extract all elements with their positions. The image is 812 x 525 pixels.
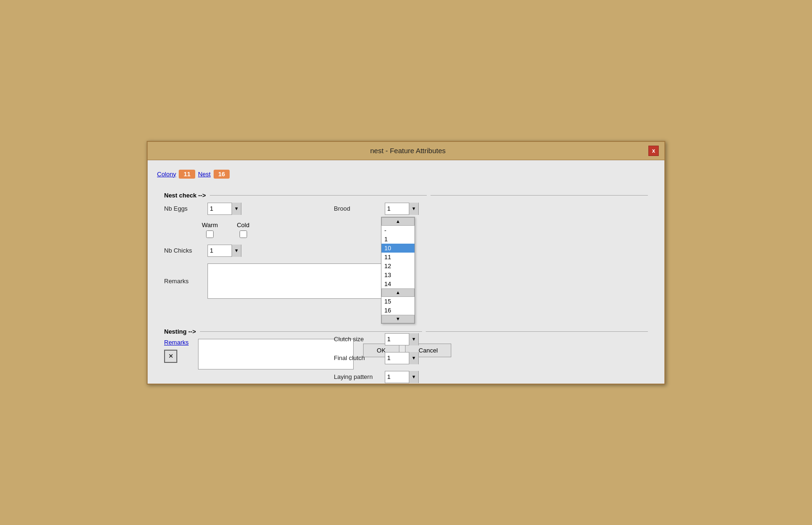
nb-chicks-input[interactable] <box>208 246 232 255</box>
remarks-label: Remarks <box>164 278 202 285</box>
main-window: nest - Feature Attributes x Colony 11 Ne… <box>147 141 665 385</box>
cold-col: Cold <box>237 221 249 238</box>
dropdown-item-16[interactable]: 16 <box>381 306 414 315</box>
dropdown-item-15[interactable]: 15 <box>381 297 414 306</box>
warm-label: Warm <box>202 221 218 229</box>
top-nav: Colony 11 Nest 16 <box>157 170 655 179</box>
colony-link[interactable]: Colony <box>157 171 176 178</box>
right-form: Brood ▼ ▲ - 1 10 11 12 13 <box>334 203 475 390</box>
scroll-up-btn[interactable]: ▲ <box>381 217 414 226</box>
warm-checkbox[interactable] <box>206 230 214 238</box>
nb-eggs-arrow[interactable]: ▼ <box>232 203 241 215</box>
nb-eggs-input[interactable] <box>208 204 232 213</box>
dropdown-item-13[interactable]: 13 <box>381 271 414 279</box>
nesting-remarks-label[interactable]: Remarks <box>164 339 189 346</box>
nest-link[interactable]: Nest <box>198 171 211 178</box>
form-area: Nb Eggs ▼ Warm Cold <box>164 203 648 299</box>
clutch-size-arrow[interactable]: ▼ <box>409 333 418 345</box>
colony-badge: 11 <box>179 170 195 179</box>
nesting-title: Nesting --> <box>164 328 196 335</box>
warm-col: Warm <box>202 221 218 238</box>
laying-pattern-label: Laying pattern <box>334 373 381 380</box>
final-clutch-input[interactable] <box>385 353 409 362</box>
nb-chicks-arrow[interactable]: ▼ <box>232 245 241 257</box>
brood-arrow[interactable]: ▼ <box>409 203 418 215</box>
nest-check-section: Nest check --> Nb Eggs ▼ <box>157 183 655 310</box>
delete-icon: ✕ <box>168 353 174 360</box>
laying-pattern-arrow[interactable]: ▼ <box>409 371 418 383</box>
nest-badge: 16 <box>214 170 230 179</box>
scroll-mid-btn[interactable]: ▲ <box>381 288 414 297</box>
clutch-size-input[interactable] <box>385 335 409 344</box>
cold-label: Cold <box>237 221 249 229</box>
close-button[interactable]: x <box>648 146 659 156</box>
nb-eggs-label: Nb Eggs <box>164 205 202 212</box>
brood-dropdown[interactable]: ▼ <box>385 203 419 215</box>
nb-chicks-dropdown[interactable]: ▼ <box>207 245 241 257</box>
final-clutch-label: Final clutch <box>334 354 381 361</box>
brood-input[interactable] <box>385 204 409 213</box>
clutch-size-row: Clutch size ▼ <box>334 333 475 345</box>
nesting-remarks-textarea[interactable] <box>198 339 354 369</box>
dropdown-item-12[interactable]: 12 <box>381 262 414 271</box>
clutch-size-dropdown[interactable]: ▼ <box>385 333 419 345</box>
title-bar: nest - Feature Attributes x <box>148 142 664 160</box>
laying-pattern-dropdown[interactable]: ▼ <box>385 371 419 383</box>
clutch-size-label: Clutch size <box>334 336 381 343</box>
laying-pattern-row: Laying pattern ▼ <box>334 371 475 383</box>
nest-check-title: Nest check --> <box>164 192 206 199</box>
nb-eggs-dropdown[interactable]: ▼ <box>207 203 241 215</box>
dropdown-item-1[interactable]: 1 <box>381 235 414 244</box>
final-clutch-row: Final clutch ▼ <box>334 352 475 364</box>
brood-dropdown-popup[interactable]: ▲ - 1 10 11 12 13 14 ▲ 15 16 ▼ <box>381 217 415 324</box>
laying-pattern-input[interactable] <box>385 372 409 381</box>
content-area: Colony 11 Nest 16 Nest check --> Nb Eggs <box>148 160 664 384</box>
final-clutch-arrow[interactable]: ▼ <box>409 352 418 364</box>
brood-row: Brood ▼ <box>334 203 475 215</box>
window-title: nest - Feature Attributes <box>167 147 648 155</box>
dropdown-item-dash[interactable]: - <box>381 226 414 235</box>
nb-chicks-label: Nb Chicks <box>164 247 202 254</box>
dropdown-item-14[interactable]: 14 <box>381 279 414 288</box>
nesting-left: Remarks ✕ <box>164 339 189 363</box>
dropdown-item-11[interactable]: 11 <box>381 253 414 262</box>
brood-label: Brood <box>334 205 381 212</box>
cold-checkbox[interactable] <box>240 230 247 238</box>
final-clutch-dropdown[interactable]: ▼ <box>385 352 419 364</box>
nest-check-header: Nest check --> <box>164 192 648 199</box>
scroll-down-btn[interactable]: ▼ <box>381 315 414 323</box>
delete-button[interactable]: ✕ <box>164 350 177 363</box>
dropdown-item-10[interactable]: 10 <box>381 244 414 253</box>
